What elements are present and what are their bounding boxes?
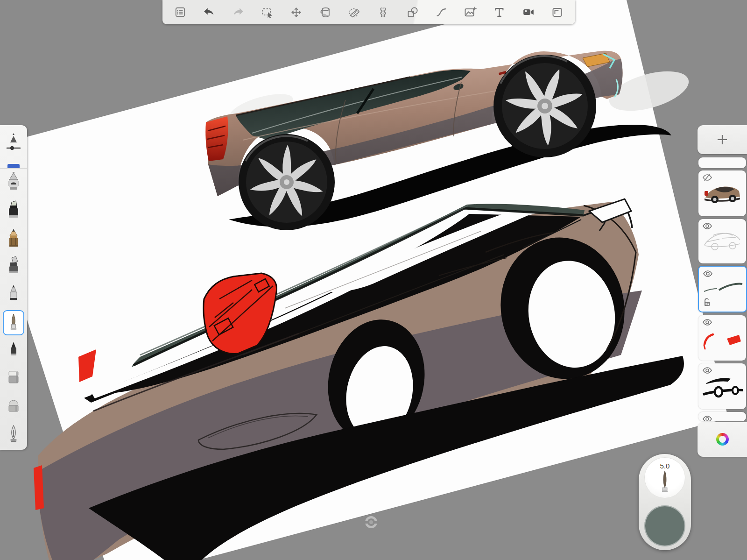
layer-visibility-button[interactable] (702, 318, 712, 328)
top-toolbar (162, 0, 575, 24)
small-marker-icon (5, 340, 22, 362)
brush-puck: 5.0 (639, 454, 691, 550)
add-layer-button[interactable] (698, 125, 747, 154)
import-image-button[interactable] (459, 1, 481, 23)
eye-icon (702, 318, 712, 326)
layer-visibility-button[interactable] (702, 366, 712, 376)
time-lapse-button[interactable] (518, 1, 539, 23)
layers-footer (698, 422, 747, 457)
brush-settings-button[interactable] (0, 125, 27, 162)
fill-bucket-button[interactable] (315, 1, 336, 23)
lock-icon (703, 298, 711, 307)
top-car-front-wheel (493, 55, 596, 157)
layer-card-render[interactable] (698, 170, 746, 216)
tool-ballpoint-pen[interactable] (0, 281, 27, 309)
brush-settings-icon (4, 131, 23, 156)
eye-icon (702, 222, 712, 230)
layer-card-partial-bottom[interactable] (698, 412, 746, 421)
plus-icon (715, 133, 729, 147)
text-tool-button[interactable] (489, 1, 510, 23)
pencil-icon (5, 228, 22, 249)
inking-nib-icon (5, 424, 22, 446)
tool-marker[interactable] (0, 197, 27, 225)
layer-card-black-lines[interactable] (698, 363, 746, 409)
marker-icon (5, 200, 22, 221)
menu-list-button[interactable] (169, 1, 191, 23)
tool-soft-eraser[interactable] (0, 393, 27, 421)
eye-icon (703, 269, 713, 278)
ruler-button[interactable] (344, 1, 365, 23)
eye-icon (702, 366, 712, 375)
rotate-canvas-indicator[interactable] (365, 516, 377, 528)
layer-card-partial-top[interactable] (698, 157, 746, 168)
tool-airbrush[interactable] (0, 169, 27, 197)
layer-card-roof-strokes-selected[interactable] (698, 266, 747, 312)
rotate-ring-dot (369, 520, 373, 524)
layer-transparency-lock-badge[interactable] (703, 298, 711, 309)
layer-visibility-button[interactable] (703, 269, 713, 280)
layer-visibility-off-button[interactable] (702, 173, 712, 184)
brush-palette (0, 125, 27, 450)
layer-card-red-marks[interactable] (698, 315, 746, 361)
tool-inking-nib[interactable] (0, 421, 27, 449)
current-color-puck[interactable] (644, 505, 685, 546)
layer-card-underlay-sketch[interactable] (698, 219, 746, 263)
layer-visibility-button[interactable] (702, 222, 712, 232)
shapes-button[interactable] (402, 1, 423, 23)
tool-chisel-marker[interactable] (0, 253, 27, 281)
soft-eraser-icon (5, 396, 22, 418)
tool-small-marker[interactable] (0, 337, 27, 365)
fineliner-brush-icon (6, 313, 21, 333)
tool-fineliner-brush-selected[interactable] (3, 310, 24, 335)
scrolled-tool-sliver (7, 164, 20, 168)
redo-button[interactable] (227, 1, 249, 23)
airbrush-icon (5, 172, 22, 193)
rect-select-button[interactable] (256, 1, 278, 23)
brush-size-puck[interactable]: 5.0 (644, 457, 685, 498)
eye-off-icon (702, 173, 712, 182)
block-eraser-icon (5, 368, 22, 390)
chisel-marker-icon (5, 256, 22, 277)
layer-visibility-button[interactable] (702, 415, 712, 421)
brush-tip-icon (657, 470, 673, 494)
color-wheel-button[interactable] (716, 433, 729, 446)
transform-move-button[interactable] (286, 1, 307, 23)
symmetry-button[interactable] (373, 1, 394, 23)
tools-scroll-divider (0, 162, 27, 169)
tool-pencil[interactable] (0, 225, 27, 253)
eye-icon (702, 415, 712, 421)
stroke-curve-button[interactable] (430, 1, 452, 23)
top-car-rear-wheel (239, 134, 335, 230)
drawing-canvas[interactable] (0, 0, 747, 560)
canvas-frame-button[interactable] (547, 1, 568, 23)
tool-block-eraser[interactable] (0, 365, 27, 393)
ballpoint-pen-icon (5, 284, 22, 305)
undo-button[interactable] (198, 1, 220, 23)
brush-size-value: 5.0 (660, 462, 670, 470)
